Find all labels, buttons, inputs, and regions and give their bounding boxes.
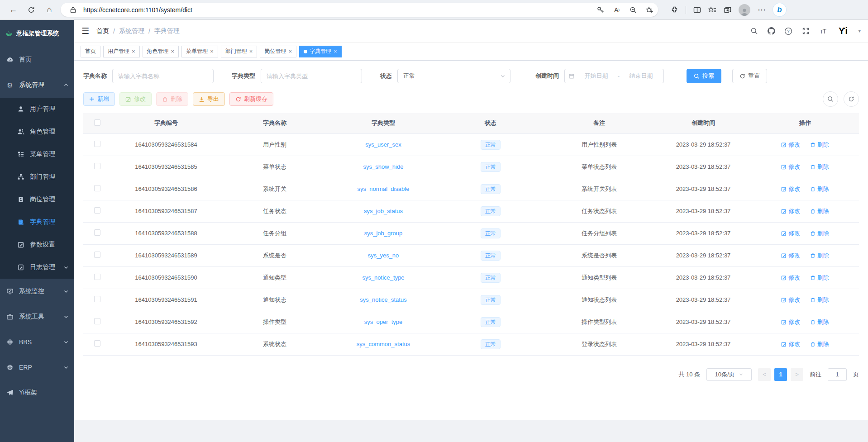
row-checkbox[interactable]	[94, 207, 100, 214]
reset-button[interactable]: 重置	[732, 69, 767, 83]
more-icon[interactable]: ⋯	[758, 5, 766, 15]
sidebar-item-bbs[interactable]: BBS	[0, 329, 74, 355]
caret-down-icon[interactable]: ▾	[858, 28, 861, 34]
row-edit-button[interactable]: 修改	[781, 340, 800, 348]
url-text[interactable]: https://ccnetcore.com:1101/system/dict	[83, 6, 192, 14]
sidebar-item-tools[interactable]: 系统工具	[0, 304, 74, 329]
font-size-icon[interactable]: ᴛT	[818, 27, 827, 36]
tab-close-icon[interactable]: ×	[132, 48, 135, 55]
breadcrumb-home[interactable]: 首页	[96, 27, 109, 35]
row-checkbox[interactable]	[94, 252, 100, 258]
row-edit-button[interactable]: 修改	[781, 318, 800, 326]
lock-icon[interactable]	[67, 4, 79, 16]
favorites-add-icon[interactable]	[644, 4, 655, 16]
tab[interactable]: 首页	[81, 46, 100, 57]
dict-type-link[interactable]: sys_common_status	[357, 341, 410, 347]
refresh-table-button[interactable]	[844, 91, 859, 107]
goto-page-input[interactable]	[828, 368, 847, 381]
tab-group-add-icon[interactable]	[724, 6, 731, 14]
dict-type-link[interactable]: sys_job_status	[364, 208, 403, 214]
row-checkbox[interactable]	[94, 141, 100, 147]
tab[interactable]: 菜单管理 ×	[181, 46, 218, 57]
extensions-icon[interactable]	[671, 6, 678, 14]
row-delete-button[interactable]: 删除	[810, 229, 829, 238]
bing-chat-icon[interactable]: b	[773, 3, 786, 16]
date-end-placeholder[interactable]: 结束日期	[622, 72, 660, 80]
dict-type-link[interactable]: sys_user_sex	[365, 141, 401, 148]
github-icon[interactable]	[767, 27, 776, 36]
reload-icon[interactable]	[24, 3, 38, 17]
sidebar-item-log-mgmt[interactable]: 日志管理	[0, 256, 74, 279]
row-checkbox[interactable]	[94, 274, 100, 280]
home-icon[interactable]: ⌂	[43, 3, 56, 17]
sidebar-item-erp[interactable]: ERP	[0, 355, 74, 380]
dict-type-link[interactable]: sys_normal_disable	[358, 185, 410, 192]
fullscreen-icon[interactable]	[801, 27, 810, 36]
refresh-cache-button[interactable]: 刷新缓存	[229, 92, 273, 106]
tab-close-icon[interactable]: ×	[334, 48, 337, 55]
dict-type-link[interactable]: sys_notice_status	[360, 296, 406, 303]
date-start-placeholder[interactable]: 开始日期	[577, 72, 615, 80]
sidebar-item-yi-framework[interactable]: Yi框架	[0, 380, 74, 405]
app-logo[interactable]: 意框架管理系统	[0, 20, 74, 47]
next-page-button[interactable]: >	[791, 368, 803, 381]
address-bar[interactable]: https://ccnetcore.com:1101/system/dict A…	[61, 3, 658, 17]
page-size-select[interactable]: 10条/页	[706, 368, 752, 381]
date-range-picker[interactable]: 开始日期 - 结束日期	[564, 69, 664, 83]
row-edit-button[interactable]: 修改	[781, 141, 800, 149]
row-delete-button[interactable]: 删除	[810, 252, 829, 260]
dict-type-link[interactable]: sys_yes_no	[368, 252, 399, 259]
row-delete-button[interactable]: 删除	[810, 340, 829, 348]
dict-type-link[interactable]: sys_show_hide	[363, 163, 404, 170]
profile-avatar[interactable]	[739, 4, 750, 16]
dict-type-input[interactable]	[261, 69, 362, 83]
sidebar-item-system[interactable]: ⚙ 系统管理	[0, 72, 74, 98]
sidebar-item-dept-mgmt[interactable]: 部门管理	[0, 166, 74, 188]
row-delete-button[interactable]: 删除	[810, 141, 829, 149]
row-delete-button[interactable]: 删除	[810, 207, 829, 215]
read-aloud-icon[interactable]: A)	[611, 4, 623, 16]
tab[interactable]: 用户管理 ×	[103, 46, 140, 57]
row-edit-button[interactable]: 修改	[781, 229, 800, 238]
tab-close-icon[interactable]: ×	[288, 48, 292, 55]
row-edit-button[interactable]: 修改	[781, 185, 800, 193]
row-delete-button[interactable]: 删除	[810, 274, 829, 282]
status-select[interactable]: 正常	[397, 69, 510, 83]
row-delete-button[interactable]: 删除	[810, 318, 829, 326]
help-icon[interactable]: ?	[784, 27, 793, 36]
prev-page-button[interactable]: <	[758, 368, 771, 381]
tab[interactable]: 岗位管理 ×	[260, 46, 296, 57]
delete-button[interactable]: 删除	[156, 92, 188, 106]
row-checkbox[interactable]	[94, 318, 100, 324]
row-checkbox[interactable]	[94, 163, 100, 169]
dict-name-input[interactable]	[112, 69, 214, 83]
sidebar-item-post-mgmt[interactable]: 岗位管理	[0, 188, 74, 211]
tab-close-icon[interactable]: ×	[249, 48, 253, 55]
row-checkbox[interactable]	[94, 229, 100, 236]
back-icon[interactable]: ←	[6, 3, 20, 17]
row-delete-button[interactable]: 删除	[810, 296, 829, 304]
row-edit-button[interactable]: 修改	[781, 296, 800, 304]
dict-type-link[interactable]: sys_job_group	[364, 230, 403, 237]
add-button[interactable]: 新增	[83, 92, 115, 106]
tab-close-icon[interactable]: ×	[210, 48, 214, 55]
select-all-checkbox[interactable]	[94, 119, 100, 126]
tab[interactable]: 字典管理 ×	[299, 46, 342, 57]
split-screen-icon[interactable]	[693, 6, 701, 14]
sidebar-item-monitor[interactable]: 系统监控	[0, 279, 74, 304]
edit-button[interactable]: 修改	[119, 92, 152, 106]
tab-close-icon[interactable]: ×	[171, 48, 175, 55]
row-delete-button[interactable]: 删除	[810, 163, 829, 171]
sidebar-item-role-mgmt[interactable]: 角色管理	[0, 120, 74, 143]
row-checkbox[interactable]	[94, 185, 100, 191]
password-key-icon[interactable]	[595, 4, 606, 16]
dict-type-link[interactable]: sys_notice_type	[362, 274, 404, 281]
zoom-out-icon[interactable]	[627, 4, 639, 16]
current-page-button[interactable]: 1	[774, 368, 787, 381]
export-button[interactable]: 导出	[193, 92, 225, 106]
sidebar-item-param-settings[interactable]: 参数设置	[0, 233, 74, 256]
search-button[interactable]: 搜索	[687, 69, 721, 83]
tab[interactable]: 部门管理 ×	[221, 46, 258, 57]
user-logo-avatar[interactable]: Ƴi	[835, 24, 850, 38]
dict-type-link[interactable]: sys_oper_type	[364, 318, 403, 325]
